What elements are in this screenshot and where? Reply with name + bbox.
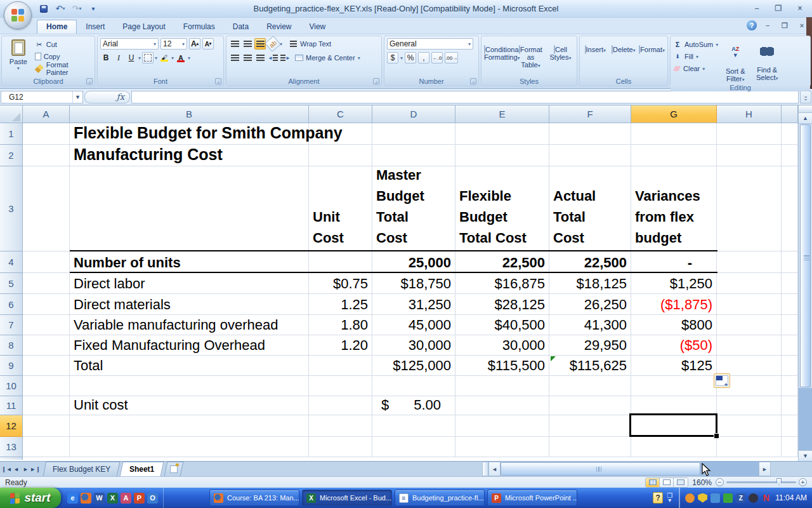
help-tray-icon[interactable]: ? [653, 492, 663, 504]
italic-button[interactable]: I [113, 52, 124, 64]
row-header-7[interactable]: 7 [0, 315, 23, 335]
taskbar-window-powerpoint[interactable]: P Microsoft PowerPoint ... [487, 490, 577, 506]
taskbar-window-budgeting-doc[interactable]: ≡ Budgeting_practice-fl... [395, 490, 485, 506]
cell-A8[interactable] [23, 335, 70, 356]
row-header-10[interactable]: 10 [0, 376, 23, 396]
cell-H3[interactable] [717, 166, 782, 251]
zoom-slider-handle[interactable] [776, 478, 782, 486]
cell-G8[interactable]: ($50) [631, 335, 717, 356]
column-header-E[interactable]: E [455, 105, 549, 123]
messenger-icon[interactable] [685, 493, 695, 503]
scroll-left-button[interactable]: ◄ [488, 462, 501, 476]
cell-B13[interactable] [70, 437, 309, 457]
cell-G6[interactable]: ($1,875) [631, 294, 717, 315]
cell-F13[interactable] [549, 437, 631, 457]
column-header-G[interactable]: G [631, 105, 717, 123]
percent-style-button[interactable]: % [405, 52, 416, 64]
cell-B3[interactable] [70, 166, 309, 251]
next-sheet-button[interactable]: ► [22, 464, 30, 474]
start-button[interactable]: start [0, 488, 61, 508]
cell-E13[interactable] [455, 437, 549, 457]
merge-center-button[interactable]: Merge & Center▾ [295, 53, 360, 63]
cell-C3[interactable]: Unit Cost [309, 166, 372, 251]
align-right-button[interactable] [254, 52, 266, 64]
cell-G7[interactable]: $800 [631, 315, 717, 335]
cell-E8[interactable]: 30,000 [455, 335, 549, 356]
cell-fill[interactable] [782, 376, 798, 396]
cell-H12[interactable] [717, 415, 782, 437]
top-align-button[interactable] [229, 38, 240, 50]
cell-A3[interactable] [23, 166, 70, 251]
cell-D11[interactable]: $5.00 [372, 396, 455, 415]
cell-fill[interactable] [782, 335, 798, 356]
cell-C11[interactable] [309, 396, 372, 415]
cell-E12[interactable] [455, 415, 549, 437]
cell-C10[interactable] [309, 376, 372, 396]
cell-C8[interactable]: 1.20 [309, 335, 372, 356]
zoom-in-button[interactable]: + [799, 478, 807, 486]
cell-D4[interactable]: 25,000 [372, 251, 455, 273]
autosum-button[interactable]: ΣAutoSum▾ [673, 39, 718, 50]
cell-E6[interactable]: $28,125 [455, 294, 549, 315]
firefox-icon[interactable] [81, 493, 91, 504]
alignment-dialog-launcher[interactable]: ⌟ [373, 78, 379, 84]
cell-F1[interactable] [549, 123, 631, 145]
active-cell-selection-G12[interactable] [629, 413, 717, 437]
formula-input[interactable] [131, 91, 799, 104]
accounting-caret[interactable]: ▾ [400, 55, 403, 61]
cell-H13[interactable] [717, 437, 782, 457]
number-format-combo[interactable]: General▾ [387, 38, 473, 50]
security-shield-icon[interactable] [698, 493, 707, 503]
cell-G13[interactable] [631, 437, 717, 457]
horizontal-split-handle[interactable] [482, 462, 488, 476]
row-header-13[interactable]: 13 [0, 437, 23, 457]
cell-E3[interactable]: Flexible Budget Total Cost [455, 166, 549, 251]
cell-fill[interactable] [782, 273, 798, 294]
cell-fill[interactable] [782, 294, 798, 315]
copy-button[interactable]: Copy [35, 51, 92, 62]
cell-E5[interactable]: $16,875 [455, 273, 549, 294]
orientation-button[interactable]: ab [265, 36, 280, 51]
tab-view[interactable]: View [300, 20, 334, 34]
insert-function-button[interactable]: ƒx [84, 91, 130, 104]
middle-align-button[interactable] [242, 38, 253, 50]
cell-fill[interactable] [782, 415, 798, 437]
row-header-4[interactable]: 4 [0, 251, 23, 273]
cell-E11[interactable] [455, 396, 549, 415]
format-painter-button[interactable]: Format Painter [35, 64, 92, 74]
cell-D9[interactable]: $125,000 [372, 356, 455, 376]
clear-button[interactable]: Clear▾ [673, 64, 718, 74]
cell-C2[interactable] [309, 145, 372, 166]
zoom-out-button[interactable]: − [716, 478, 724, 486]
fill-button[interactable]: ⬇Fill▾ [673, 51, 718, 62]
cell-F6[interactable]: 26,250 [549, 294, 631, 315]
antivirus-icon[interactable] [723, 493, 733, 503]
paste-button[interactable]: Paste▾ [4, 38, 32, 76]
cell-F2[interactable] [549, 145, 631, 166]
row-header-11[interactable]: 11 [0, 396, 23, 415]
name-box[interactable]: G12 ▼ [1, 91, 83, 104]
cell-C9[interactable] [309, 356, 372, 376]
cell-D10[interactable] [372, 376, 455, 396]
cell-B12[interactable] [70, 415, 309, 437]
tab-formulas[interactable]: Formulas [174, 20, 224, 34]
row-header-5[interactable]: 5 [0, 273, 23, 294]
cell-C4[interactable] [309, 251, 372, 273]
restore-button[interactable]: ❐ [770, 3, 787, 13]
number-dialog-launcher[interactable]: ⌟ [470, 78, 476, 84]
excel-icon[interactable]: X [107, 493, 118, 504]
vertical-split-handle[interactable] [799, 105, 812, 113]
word-icon[interactable]: W [94, 493, 105, 504]
cell-D8[interactable]: 30,000 [372, 335, 455, 356]
tab-home[interactable]: Home [37, 20, 77, 34]
cell-B1[interactable]: Flexible Budget for Smith Company [70, 123, 309, 145]
cell-E9[interactable]: $115,500 [455, 356, 549, 376]
cell-A4[interactable] [23, 251, 70, 273]
prev-sheet-button[interactable]: ◄ [12, 464, 20, 474]
cell-fill[interactable] [782, 396, 798, 415]
cell-fill[interactable] [782, 123, 798, 145]
workbook-restore-button[interactable]: ❐ [778, 22, 791, 30]
cell-fill[interactable] [782, 145, 798, 166]
access-icon[interactable]: A [121, 493, 131, 504]
cell-B9[interactable]: Total [70, 356, 309, 376]
